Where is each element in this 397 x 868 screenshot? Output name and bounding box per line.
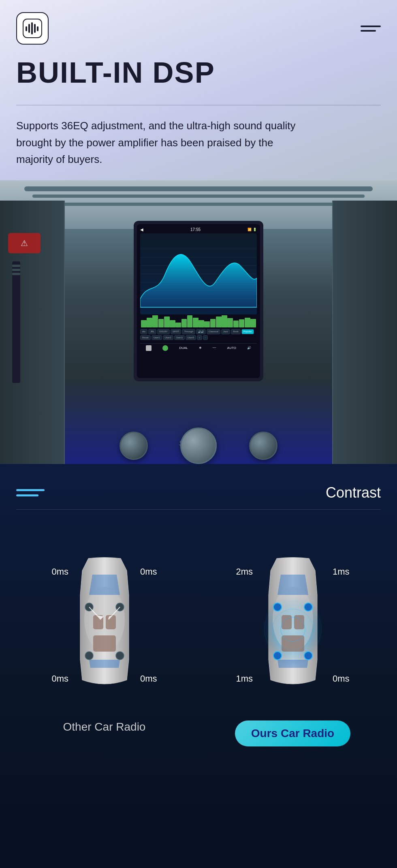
our-delay-top-right: 1ms xyxy=(333,567,350,577)
svg-rect-5 xyxy=(37,26,38,31)
dsp-screen: ◀ 17:55 📶 🔋 xyxy=(137,224,260,378)
contrast-line-1 xyxy=(16,489,45,491)
other-delay-bottom-left: 0ms xyxy=(52,673,69,684)
dts-btn[interactable]: dts xyxy=(140,329,147,334)
center-console: ◀ 17:55 📶 🔋 xyxy=(134,221,263,381)
nav-home[interactable] xyxy=(146,345,152,351)
audio-btn[interactable]: 🔊🔊 xyxy=(196,329,206,334)
eq-grid-svg xyxy=(140,233,257,314)
contrast-divider xyxy=(16,509,381,510)
description: Supports 36EQ adjustment, and the ultra-… xyxy=(0,113,324,180)
nav-sync: 〰 xyxy=(213,346,216,350)
nav-ac: ❄ xyxy=(199,346,202,350)
plus-btn[interactable]: + xyxy=(197,335,203,340)
contrast-header: Contrast xyxy=(16,484,381,501)
bottom-nav: DUAL ❄ 〰 AUTO 🔊 xyxy=(140,343,257,353)
svg-rect-1 xyxy=(26,26,27,31)
user2-btn[interactable]: User2 xyxy=(163,335,173,340)
left-knob[interactable] xyxy=(120,432,148,460)
jazz-btn[interactable]: Jazz xyxy=(221,329,230,334)
svg-rect-3 xyxy=(31,22,33,34)
eq-bars-row xyxy=(140,315,257,327)
right-knob[interactable] xyxy=(249,432,277,460)
bottom-section: Contrast 0ms 0ms 0ms 0ms xyxy=(0,464,397,868)
svg-rect-2 xyxy=(28,24,30,33)
svg-point-30 xyxy=(273,603,282,611)
other-delay-bottom-right: 0ms xyxy=(140,673,157,684)
svg-rect-29 xyxy=(282,635,304,652)
menu-button[interactable] xyxy=(361,26,381,32)
our-car-label-button[interactable]: Ours Car Radio xyxy=(235,720,350,746)
other-car-item: 0ms 0ms 0ms 0ms xyxy=(16,542,192,733)
nav-power[interactable] xyxy=(162,345,168,351)
top-section: BUILT-IN DSP Supports 36EQ adjustment, a… xyxy=(0,0,397,464)
contrast-line-2 xyxy=(16,494,38,496)
jbl-btn[interactable]: JBL xyxy=(148,329,156,334)
other-car-svg xyxy=(64,554,145,700)
menu-line-1 xyxy=(361,26,381,27)
other-delay-top-left: 0ms xyxy=(52,567,69,577)
other-car-view: 0ms 0ms 0ms 0ms xyxy=(48,542,161,712)
popular-btn[interactable]: Popular xyxy=(241,329,254,334)
contrast-lines-icon xyxy=(16,489,45,496)
our-delay-bottom-right: 0ms xyxy=(333,673,350,684)
left-panel: ⚠ xyxy=(0,201,65,464)
svg-point-31 xyxy=(304,603,312,611)
user5-btn[interactable]: User5 xyxy=(186,335,196,340)
user1-btn[interactable]: User1 xyxy=(152,335,162,340)
our-delay-bottom-left: 1ms xyxy=(236,673,253,684)
nav-volume[interactable]: 🔊 xyxy=(247,346,251,350)
nav-dual: DUAL xyxy=(179,346,188,350)
title-divider xyxy=(16,105,381,105)
classical-btn[interactable]: Classical xyxy=(207,329,220,334)
header xyxy=(0,0,397,53)
svg-point-32 xyxy=(273,652,282,660)
page-title: BUILT-IN DSP xyxy=(16,57,381,89)
logo xyxy=(16,12,49,45)
our-car-item: 2ms 1ms 1ms 0ms xyxy=(205,542,381,746)
screen-time: 17:55 xyxy=(190,227,201,232)
svg-rect-16 xyxy=(93,635,116,652)
through-btn[interactable]: Through xyxy=(182,329,195,334)
rock-btn[interactable]: Rock xyxy=(231,329,241,334)
title-area: BUILT-IN DSP xyxy=(0,53,397,97)
srs-btn[interactable]: SRS® xyxy=(171,329,181,334)
our-car-view: 2ms 1ms 1ms 0ms xyxy=(236,542,350,712)
car-dashboard-image: ⚠ ◀ 17:55 📶 🔋 xyxy=(0,180,397,464)
svg-point-19 xyxy=(85,652,93,660)
contrast-label: Contrast xyxy=(326,484,381,501)
svg-point-20 xyxy=(116,652,124,660)
user3-btn[interactable]: User3 xyxy=(174,335,185,340)
minus-btn[interactable]: - xyxy=(203,335,208,340)
nav-auto: AUTO xyxy=(227,346,236,350)
menu-line-2 xyxy=(361,30,376,32)
audio-logo-icon xyxy=(22,18,43,38)
control-buttons: dts JBL DOLBY SRS® Through 🔊🔊 Classical … xyxy=(140,329,257,340)
reset-btn[interactable]: Reset xyxy=(140,335,151,340)
screen-top-bar: ◀ 17:55 📶 🔋 xyxy=(140,227,257,232)
svg-rect-4 xyxy=(34,24,36,33)
other-delay-top-right: 0ms xyxy=(140,567,157,577)
center-knob[interactable] xyxy=(180,428,217,464)
cars-comparison: 0ms 0ms 0ms 0ms xyxy=(16,534,381,755)
svg-point-33 xyxy=(304,652,312,660)
knob-row xyxy=(120,428,277,464)
our-car-svg xyxy=(252,554,333,700)
dolby-btn[interactable]: DOLBY xyxy=(157,329,169,334)
right-panel xyxy=(332,201,397,464)
equalizer-display xyxy=(140,233,257,314)
our-delay-top-left: 2ms xyxy=(236,567,253,577)
other-car-label: Other Car Radio xyxy=(63,720,146,733)
